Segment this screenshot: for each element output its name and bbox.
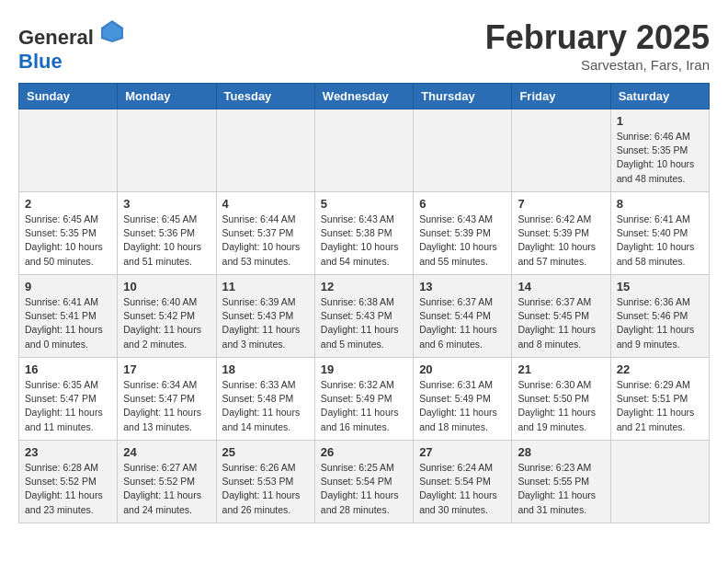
calendar-week-row: 16Sunrise: 6:35 AM Sunset: 5:47 PM Dayli… [19,358,710,441]
weekday-header-monday: Monday [118,84,216,109]
calendar-cell: 15Sunrise: 6:36 AM Sunset: 5:46 PM Dayli… [610,275,709,358]
calendar-cell [118,109,216,192]
calendar-cell: 4Sunrise: 6:44 AM Sunset: 5:37 PM Daylig… [216,192,314,275]
calendar-week-row: 9Sunrise: 6:41 AM Sunset: 5:41 PM Daylig… [19,275,710,358]
day-info: Sunrise: 6:34 AM Sunset: 5:47 PM Dayligh… [123,378,210,434]
calendar-cell: 27Sunrise: 6:24 AM Sunset: 5:54 PM Dayli… [414,441,512,523]
day-info: Sunrise: 6:41 AM Sunset: 5:41 PM Dayligh… [25,295,111,351]
day-number: 27 [419,445,506,459]
day-info: Sunrise: 6:43 AM Sunset: 5:38 PM Dayligh… [321,213,407,269]
calendar-week-row: 23Sunrise: 6:28 AM Sunset: 5:52 PM Dayli… [19,441,710,523]
calendar-cell: 16Sunrise: 6:35 AM Sunset: 5:47 PM Dayli… [19,358,118,441]
day-number: 4 [222,197,309,211]
day-number: 22 [617,362,703,376]
day-info: Sunrise: 6:39 AM Sunset: 5:43 PM Dayligh… [222,295,309,351]
calendar-cell [414,109,512,192]
day-info: Sunrise: 6:30 AM Sunset: 5:50 PM Dayligh… [518,378,604,434]
day-info: Sunrise: 6:36 AM Sunset: 5:46 PM Dayligh… [617,295,703,351]
day-number: 7 [518,197,604,211]
day-number: 11 [222,280,309,293]
day-number: 12 [321,280,407,293]
calendar-cell [314,109,413,192]
calendar-cell [19,109,118,192]
day-number: 20 [419,362,506,376]
day-info: Sunrise: 6:25 AM Sunset: 5:54 PM Dayligh… [321,461,407,517]
calendar-table: SundayMondayTuesdayWednesdayThursdayFrid… [18,83,710,523]
calendar-cell: 21Sunrise: 6:30 AM Sunset: 5:50 PM Dayli… [512,358,610,441]
weekday-header-tuesday: Tuesday [216,84,314,109]
calendar-cell: 9Sunrise: 6:41 AM Sunset: 5:41 PM Daylig… [19,275,118,358]
calendar-cell [610,441,709,523]
day-info: Sunrise: 6:32 AM Sunset: 5:49 PM Dayligh… [321,378,407,434]
day-info: Sunrise: 6:28 AM Sunset: 5:52 PM Dayligh… [25,461,111,517]
day-info: Sunrise: 6:46 AM Sunset: 5:35 PM Dayligh… [617,130,703,186]
calendar-week-row: 2Sunrise: 6:45 AM Sunset: 5:35 PM Daylig… [19,192,710,275]
logo-blue: Blue [18,50,63,73]
day-info: Sunrise: 6:35 AM Sunset: 5:47 PM Dayligh… [25,378,111,434]
day-info: Sunrise: 6:24 AM Sunset: 5:54 PM Dayligh… [419,461,506,517]
calendar-cell: 10Sunrise: 6:40 AM Sunset: 5:42 PM Dayli… [118,275,216,358]
day-info: Sunrise: 6:44 AM Sunset: 5:37 PM Dayligh… [222,213,309,269]
title-block: February 2025 Sarvestan, Fars, Iran [485,18,710,73]
weekday-header-sunday: Sunday [19,84,118,109]
day-number: 16 [25,362,111,376]
day-number: 26 [321,445,407,459]
calendar-cell: 2Sunrise: 6:45 AM Sunset: 5:35 PM Daylig… [19,192,118,275]
calendar-cell: 23Sunrise: 6:28 AM Sunset: 5:52 PM Dayli… [19,441,118,523]
logo-general: General [18,26,94,49]
day-number: 15 [617,280,703,293]
day-info: Sunrise: 6:45 AM Sunset: 5:35 PM Dayligh… [25,213,111,269]
day-number: 14 [518,280,604,293]
day-info: Sunrise: 6:41 AM Sunset: 5:40 PM Dayligh… [617,213,703,269]
day-number: 5 [321,197,407,211]
calendar-cell [512,109,610,192]
day-number: 2 [25,197,111,211]
calendar-cell: 14Sunrise: 6:37 AM Sunset: 5:45 PM Dayli… [512,275,610,358]
day-number: 1 [617,114,703,128]
calendar-cell: 5Sunrise: 6:43 AM Sunset: 5:38 PM Daylig… [314,192,413,275]
calendar-week-row: 1Sunrise: 6:46 AM Sunset: 5:35 PM Daylig… [19,109,710,192]
day-info: Sunrise: 6:38 AM Sunset: 5:43 PM Dayligh… [321,295,407,351]
day-info: Sunrise: 6:42 AM Sunset: 5:39 PM Dayligh… [518,213,604,269]
calendar-cell: 26Sunrise: 6:25 AM Sunset: 5:54 PM Dayli… [314,441,413,523]
calendar-cell: 20Sunrise: 6:31 AM Sunset: 5:49 PM Dayli… [414,358,512,441]
weekday-header-friday: Friday [512,84,610,109]
day-number: 10 [123,280,210,293]
day-info: Sunrise: 6:37 AM Sunset: 5:44 PM Dayligh… [419,295,506,351]
day-info: Sunrise: 6:31 AM Sunset: 5:49 PM Dayligh… [419,378,506,434]
calendar-cell [216,109,314,192]
calendar-cell: 24Sunrise: 6:27 AM Sunset: 5:52 PM Dayli… [118,441,216,523]
weekday-header-thursday: Thursday [414,84,512,109]
page-header: General Blue February 2025 Sarvestan, Fa… [18,18,710,74]
month-title: February 2025 [485,18,710,57]
location-subtitle: Sarvestan, Fars, Iran [485,57,710,73]
day-info: Sunrise: 6:40 AM Sunset: 5:42 PM Dayligh… [123,295,210,351]
day-info: Sunrise: 6:37 AM Sunset: 5:45 PM Dayligh… [518,295,604,351]
day-number: 18 [222,362,309,376]
logo-text: General Blue [18,18,125,74]
calendar-cell: 18Sunrise: 6:33 AM Sunset: 5:48 PM Dayli… [216,358,314,441]
calendar-cell: 13Sunrise: 6:37 AM Sunset: 5:44 PM Dayli… [414,275,512,358]
day-info: Sunrise: 6:29 AM Sunset: 5:51 PM Dayligh… [617,378,703,434]
day-number: 8 [617,197,703,211]
weekday-header-saturday: Saturday [610,84,709,109]
day-number: 13 [419,280,506,293]
calendar-cell: 11Sunrise: 6:39 AM Sunset: 5:43 PM Dayli… [216,275,314,358]
day-number: 28 [518,445,604,459]
day-number: 21 [518,362,604,376]
day-number: 25 [222,445,309,459]
day-info: Sunrise: 6:33 AM Sunset: 5:48 PM Dayligh… [222,378,309,434]
day-number: 23 [25,445,111,459]
calendar-cell: 6Sunrise: 6:43 AM Sunset: 5:39 PM Daylig… [414,192,512,275]
day-info: Sunrise: 6:43 AM Sunset: 5:39 PM Dayligh… [419,213,506,269]
calendar-cell: 19Sunrise: 6:32 AM Sunset: 5:49 PM Dayli… [314,358,413,441]
day-info: Sunrise: 6:27 AM Sunset: 5:52 PM Dayligh… [123,461,210,517]
day-number: 24 [123,445,210,459]
logo: General Blue [18,18,125,74]
weekday-header-row: SundayMondayTuesdayWednesdayThursdayFrid… [19,84,710,109]
day-number: 3 [123,197,210,211]
calendar-cell: 12Sunrise: 6:38 AM Sunset: 5:43 PM Dayli… [314,275,413,358]
day-number: 6 [419,197,506,211]
day-number: 19 [321,362,407,376]
calendar-cell: 28Sunrise: 6:23 AM Sunset: 5:55 PM Dayli… [512,441,610,523]
